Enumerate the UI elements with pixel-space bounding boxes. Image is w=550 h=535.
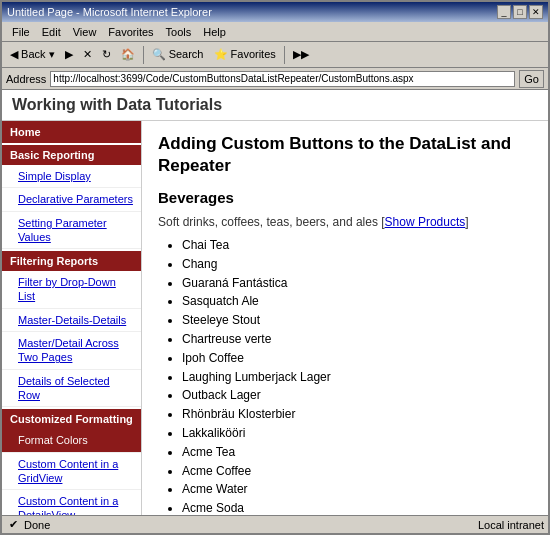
sidebar-item-format-colors[interactable]: Format Colors <box>2 429 141 452</box>
section-beverages-title: Beverages <box>158 187 532 208</box>
sidebar: Home Basic Reporting Simple Display Decl… <box>2 121 142 515</box>
title-bar: Untitled Page - Microsoft Internet Explo… <box>2 2 548 22</box>
sidebar-item-simple-display[interactable]: Simple Display <box>2 165 141 188</box>
list-item: Sasquatch Ale <box>182 293 532 310</box>
toolbar-separator <box>143 46 144 64</box>
menu-favorites[interactable]: Favorites <box>102 25 159 39</box>
address-label: Address <box>6 73 46 85</box>
status-left: ✔ Done <box>6 518 50 532</box>
menu-file[interactable]: File <box>6 25 36 39</box>
status-text: Done <box>24 519 50 531</box>
address-url: http://localhost:3699/Code/CustomButtons… <box>53 73 413 84</box>
sidebar-section-filtering-reports[interactable]: Filtering Reports <box>2 251 141 271</box>
list-item: Rhönbräu Klosterbier <box>182 406 532 423</box>
status-icon: ✔ <box>6 518 20 532</box>
site-title: Working with Data Tutorials <box>12 96 538 114</box>
title-bar-buttons: _ □ ✕ <box>497 5 543 19</box>
list-item: Chartreuse verte <box>182 331 532 348</box>
sidebar-item-master-detail-two-pages[interactable]: Master/Detail Across Two Pages <box>2 332 141 370</box>
home-button[interactable]: 🏠 <box>117 46 139 63</box>
status-right: Local intranet <box>478 519 544 531</box>
menu-view[interactable]: View <box>67 25 103 39</box>
sidebar-home[interactable]: Home <box>2 121 141 143</box>
back-button[interactable]: ◀ Back ▾ <box>6 46 59 63</box>
list-item: Outback Lager <box>182 387 532 404</box>
media-button[interactable]: ▶▶ <box>289 46 313 63</box>
list-item: Laughing Lumberjack Lager <box>182 369 532 386</box>
sidebar-item-custom-content-detailsview[interactable]: Custom Content in a DetailsView <box>2 490 141 515</box>
address-input[interactable]: http://localhost:3699/Code/CustomButtons… <box>50 71 515 87</box>
beverages-description: Soft drinks, coffees, teas, beers, and a… <box>158 214 532 231</box>
toolbar-separator-2 <box>284 46 285 64</box>
search-button[interactable]: 🔍 Search <box>148 46 208 63</box>
beverages-show-products-link[interactable]: Show Products <box>385 215 466 229</box>
go-button[interactable]: Go <box>519 70 544 88</box>
list-item: Acme Tea <box>182 444 532 461</box>
page-wrapper: Working with Data Tutorials Home Basic R… <box>2 90 548 515</box>
menu-tools[interactable]: Tools <box>160 25 198 39</box>
main-content: Adding Custom Buttons to the DataList an… <box>142 121 548 515</box>
sidebar-section-customized-formatting[interactable]: Customized Formatting <box>2 409 141 429</box>
page-heading: Adding Custom Buttons to the DataList an… <box>158 133 532 177</box>
list-item: Chai Tea <box>182 237 532 254</box>
browser-title: Untitled Page - Microsoft Internet Explo… <box>7 6 212 18</box>
list-item: Acme Water <box>182 481 532 498</box>
sidebar-item-master-details[interactable]: Master-Details-Details <box>2 309 141 332</box>
list-item: Steeleye Stout <box>182 312 532 329</box>
status-bar: ✔ Done Local intranet <box>2 515 548 533</box>
page-header: Working with Data Tutorials <box>2 90 548 121</box>
refresh-button[interactable]: ↻ <box>98 46 115 63</box>
sidebar-item-filter-dropdown[interactable]: Filter by Drop-Down List <box>2 271 141 309</box>
list-item: Ipoh Coffee <box>182 350 532 367</box>
sidebar-item-setting-parameter-values[interactable]: Setting Parameter Values <box>2 212 141 250</box>
browser-window: Untitled Page - Microsoft Internet Explo… <box>0 0 550 535</box>
list-item: Guaraná Fantástica <box>182 275 532 292</box>
browser-content: Working with Data Tutorials Home Basic R… <box>2 90 548 515</box>
list-item: Chang <box>182 256 532 273</box>
page-body: Home Basic Reporting Simple Display Decl… <box>2 121 548 515</box>
toolbar: ◀ Back ▾ ▶ ✕ ↻ 🏠 🔍 Search ⭐ Favorites ▶▶ <box>2 42 548 68</box>
menu-help[interactable]: Help <box>197 25 232 39</box>
sidebar-section-basic-reporting[interactable]: Basic Reporting <box>2 145 141 165</box>
close-button[interactable]: ✕ <box>529 5 543 19</box>
list-item: Acme Soda <box>182 500 532 515</box>
beverages-product-list: Chai Tea Chang Guaraná Fantástica Sasqua… <box>182 237 532 515</box>
maximize-button[interactable]: □ <box>513 5 527 19</box>
menu-edit[interactable]: Edit <box>36 25 67 39</box>
favorites-button[interactable]: ⭐ Favorites <box>210 46 280 63</box>
sidebar-item-declarative-parameters[interactable]: Declarative Parameters <box>2 188 141 211</box>
list-item: Acme Coffee <box>182 463 532 480</box>
sidebar-item-custom-content-gridview[interactable]: Custom Content in a GridView <box>2 453 141 491</box>
sidebar-item-details-selected-row[interactable]: Details of Selected Row <box>2 370 141 408</box>
minimize-button[interactable]: _ <box>497 5 511 19</box>
list-item: Lakkalikööri <box>182 425 532 442</box>
menu-bar: File Edit View Favorites Tools Help <box>2 22 548 42</box>
address-bar: Address http://localhost:3699/Code/Custo… <box>2 68 548 90</box>
forward-button[interactable]: ▶ <box>61 46 77 63</box>
stop-button[interactable]: ✕ <box>79 46 96 63</box>
